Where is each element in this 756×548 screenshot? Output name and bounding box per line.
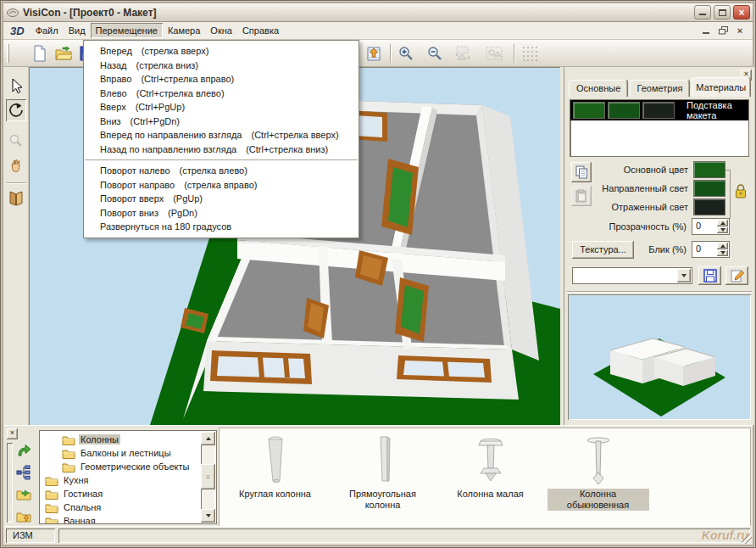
move-menu-item[interactable]: Назад (стрелка вниз) [84,59,359,73]
select-group-button[interactable] [483,42,505,64]
save-material-button[interactable] [698,266,721,285]
menu-item[interactable]: Камера [163,23,205,38]
toolbar-separator [6,182,26,184]
catalog-item-label: Круглая колонна [236,489,314,500]
zoom-in-button[interactable] [395,42,417,64]
folder-row[interactable]: Балконы и лестницы [42,446,200,460]
rotate-view-icon [8,102,25,119]
color-swatch[interactable] [693,161,725,178]
move-menu-item[interactable]: Вверх (Ctrl+PgUp) [84,100,359,115]
move-menu-item[interactable]: Вперед по направлению взгляда (Ctrl+стре… [84,128,359,143]
scroll-up-button[interactable] [201,432,215,445]
combo-arrow-icon[interactable] [677,269,691,282]
move-menu-item[interactable]: Развернуться на 180 градусов [84,220,359,234]
menu-item-shortcut: (стрелка вправо) [184,180,257,190]
materials-list[interactable]: Подставка макета [570,99,749,157]
open-project-button[interactable] [53,42,75,64]
color-swatch[interactable] [693,180,725,197]
color-swatch[interactable] [693,199,725,215]
open-project-icon [55,46,72,61]
folder-row[interactable]: Гостиная [42,487,200,500]
material-preset-combobox[interactable] [572,267,692,284]
move-menu-item[interactable]: Поворот направо (стрелка вправо) [84,178,359,193]
spin-up-button[interactable] [717,220,728,226]
mdi-minimize-button[interactable] [700,25,712,36]
pointer-tool-button[interactable] [6,75,26,98]
move-menu-item[interactable]: Назад по направлению взгляда (Ctrl+стрел… [84,143,359,157]
menu-item-label: Вперед [100,46,132,56]
move-menu-item[interactable]: Вниз (Ctrl+PgDn) [84,115,359,129]
menu-item-label: Вниз [100,116,121,126]
spin-down-button[interactable] [717,227,728,234]
mdi-restore-button[interactable] [717,25,729,36]
menu-item[interactable]: Окна [205,23,237,38]
pan-hand-tool-button[interactable] [6,155,26,177]
column-icon [258,433,292,487]
catalog-item[interactable]: Прямоугольная колонна [329,428,436,526]
folder-row[interactable]: Спальня [42,500,200,514]
catalog-item[interactable]: Круглая колонна [221,428,329,526]
tab[interactable]: Геометрия [630,80,689,97]
menu-item[interactable]: Файл [31,23,64,38]
lock-colors-button[interactable] [733,181,748,201]
gloss-spinner[interactable]: 0 [692,241,730,258]
scroll-down-button[interactable] [201,509,215,523]
color-label: Направленный свет [602,183,688,193]
menu-item[interactable]: Вид [64,23,91,38]
select-object-button[interactable] [453,42,475,64]
zoom-tool-button[interactable] [6,130,26,152]
tab[interactable]: Основные [569,80,628,97]
folder-row[interactable]: Ванная [42,514,200,524]
move-menu-item[interactable]: Вправо (Ctrl+стрелка вправо) [84,72,359,87]
go-up-button[interactable] [14,441,33,460]
resize-grip[interactable] [742,534,752,544]
menu-item-label: Вперед по направлению взгляда [100,130,242,140]
export-button[interactable] [363,42,385,64]
catalog-item[interactable]: Колонна малая [436,428,544,526]
move-menu-item[interactable]: Поворот вверх (PgUp) [84,192,359,206]
transparency-row: Прозрачность (%) 0 [609,217,754,236]
move-menu-item[interactable]: Поворот налево (стрелка влево) [84,164,359,178]
scroll-thumb[interactable]: ≡ [201,464,215,489]
spin-up-button[interactable] [717,243,728,249]
close-button[interactable]: × [733,5,750,20]
catalog-close-button[interactable]: × [7,428,18,439]
grid-icon [521,45,538,62]
texture-button[interactable]: Текстура... [572,241,634,259]
model-preview [568,294,751,420]
maximize-button[interactable] [714,5,731,20]
menu-item-label: Поворот налево [100,165,170,176]
folder-row[interactable]: Кухня [42,473,200,487]
move-menu-item[interactable]: Поворот вниз (PgDn) [84,206,359,221]
catalog-splitter[interactable] [7,443,13,523]
tree-view-button[interactable] [14,463,33,482]
tree-scrollbar[interactable]: ≡ [201,432,215,523]
minimize-button[interactable] [694,5,711,20]
new-folder-button[interactable] [14,507,33,526]
menu-item-label: Назад по направлению взгляда [100,144,236,154]
mdi-close-icon: × [734,25,746,36]
new-document-button[interactable] [29,42,51,64]
tab[interactable]: Материалы [692,77,751,97]
move-menu-item[interactable]: Вперед (стрелка вверх) [84,44,359,59]
folder-row[interactable]: Колонны [42,433,200,446]
material-list-item[interactable]: Подставка макета [570,100,748,120]
menu-item[interactable]: Перемещение [91,23,163,38]
rotate-view-tool-button[interactable] [6,99,26,121]
folder-label: Балконы и лестницы [79,448,173,458]
transparency-spinner[interactable]: 0 [692,218,730,235]
menu-item-shortcut: (Ctrl+стрелка влево) [136,88,225,98]
folder-row[interactable]: Геометрические объекты [42,460,200,473]
edit-material-button[interactable] [725,266,748,285]
arrow-up-icon [206,434,211,440]
mdi-close-button[interactable]: × [734,25,746,36]
catalog-folder-tree[interactable]: Колонны Балконы и лестницы Геометрически… [39,430,217,524]
zoom-out-button[interactable] [424,42,446,64]
grid-button[interactable] [519,42,541,64]
catalog-item[interactable]: Колонна обыкновенная [544,428,652,526]
open-object-button[interactable] [14,485,33,504]
move-menu-item[interactable]: Влево (Ctrl+стрелка влево) [84,87,359,101]
door-tool-button[interactable] [6,187,26,210]
menu-item[interactable]: Справка [237,23,284,38]
spin-down-button[interactable] [717,250,728,257]
